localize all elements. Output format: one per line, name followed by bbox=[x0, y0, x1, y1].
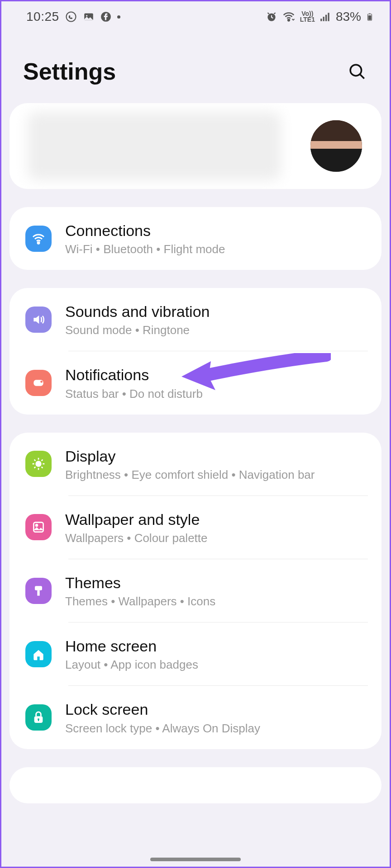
photos-icon bbox=[83, 11, 95, 23]
battery-icon bbox=[366, 10, 374, 23]
page-title: Settings bbox=[23, 58, 116, 85]
svg-point-0 bbox=[66, 12, 76, 22]
status-left: 10:25 bbox=[26, 9, 120, 24]
item-lock-screen[interactable]: Lock screen Screen lock type • Always On… bbox=[10, 686, 381, 749]
item-title: Connections bbox=[65, 221, 368, 241]
home-icon bbox=[25, 641, 52, 667]
search-button[interactable] bbox=[346, 61, 368, 82]
more-notifications-icon bbox=[117, 15, 120, 19]
svg-rect-8 bbox=[325, 15, 327, 21]
svg-line-23 bbox=[34, 460, 36, 461]
group-connections: Connections Wi-Fi • Bluetooth • Flight m… bbox=[10, 207, 381, 270]
wifi-icon bbox=[282, 10, 296, 24]
search-icon bbox=[348, 62, 367, 81]
header: Settings bbox=[1, 28, 390, 103]
svg-point-13 bbox=[350, 65, 362, 76]
svg-point-2 bbox=[86, 15, 87, 16]
svg-point-15 bbox=[38, 242, 39, 244]
group-display: Display Brightness • Eye comfort shield … bbox=[10, 433, 381, 749]
item-title: Sounds and vibration bbox=[65, 302, 368, 321]
lock-icon bbox=[25, 704, 52, 731]
item-notifications[interactable]: Notifications Status bar • Do not distur… bbox=[10, 351, 381, 414]
volte-indicator: Vo))LTE1 bbox=[300, 11, 315, 22]
speaker-icon bbox=[25, 307, 52, 333]
group-sounds-notifications: Sounds and vibration Sound mode • Ringto… bbox=[10, 288, 381, 414]
whatsapp-icon bbox=[65, 10, 77, 23]
svg-rect-12 bbox=[368, 15, 372, 20]
alarm-icon bbox=[266, 11, 277, 23]
svg-rect-7 bbox=[323, 17, 324, 21]
themes-icon bbox=[25, 578, 52, 604]
notification-icon bbox=[25, 370, 52, 396]
svg-rect-33 bbox=[38, 719, 39, 721]
status-right: Vo))LTE1 83% bbox=[266, 9, 374, 24]
item-wallpaper[interactable]: Wallpaper and style Wallpapers • Colour … bbox=[10, 496, 381, 559]
item-connections[interactable]: Connections Wi-Fi • Bluetooth • Flight m… bbox=[10, 207, 381, 270]
item-subtitle: Brightness • Eye comfort shield • Naviga… bbox=[65, 468, 368, 482]
signal-icon bbox=[319, 11, 331, 23]
item-title: Notifications bbox=[65, 365, 368, 385]
item-subtitle: Layout • App icon badges bbox=[65, 658, 368, 672]
battery-percent: 83% bbox=[336, 9, 361, 24]
svg-rect-6 bbox=[320, 19, 322, 21]
avatar bbox=[309, 119, 363, 173]
item-title: Home screen bbox=[65, 636, 368, 656]
svg-point-28 bbox=[36, 524, 38, 526]
item-home-screen[interactable]: Home screen Layout • App icon badges bbox=[10, 623, 381, 685]
svg-point-5 bbox=[288, 19, 290, 21]
clock: 10:25 bbox=[26, 9, 59, 24]
svg-point-17 bbox=[40, 381, 43, 383]
group-next-partial bbox=[10, 767, 381, 803]
svg-rect-27 bbox=[33, 523, 43, 532]
item-subtitle: Wallpapers • Colour palette bbox=[65, 531, 368, 545]
item-subtitle: Status bar • Do not disturb bbox=[65, 387, 368, 401]
wifi-icon bbox=[25, 226, 52, 252]
item-subtitle: Sound mode • Ringtone bbox=[65, 323, 368, 337]
wallpaper-icon bbox=[25, 514, 52, 540]
item-title: Themes bbox=[65, 573, 368, 593]
navigation-handle[interactable] bbox=[150, 858, 241, 861]
item-sounds[interactable]: Sounds and vibration Sound mode • Ringto… bbox=[10, 288, 381, 351]
svg-rect-11 bbox=[369, 14, 371, 14]
item-subtitle: Screen lock type • Always On Display bbox=[65, 722, 368, 736]
svg-line-26 bbox=[42, 460, 43, 461]
svg-rect-30 bbox=[37, 590, 39, 595]
facebook-icon bbox=[100, 11, 112, 23]
svg-point-18 bbox=[35, 461, 41, 467]
status-bar: 10:25 Vo))LTE1 83% bbox=[1, 1, 390, 28]
item-title: Display bbox=[65, 446, 368, 466]
item-title: Wallpaper and style bbox=[65, 509, 368, 529]
item-display[interactable]: Display Brightness • Eye comfort shield … bbox=[10, 433, 381, 495]
account-info-blurred bbox=[28, 112, 281, 180]
item-themes[interactable]: Themes Themes • Wallpapers • Icons bbox=[10, 559, 381, 622]
svg-rect-29 bbox=[35, 586, 42, 590]
item-title: Lock screen bbox=[65, 699, 368, 719]
svg-line-25 bbox=[34, 467, 36, 468]
item-subtitle: Wi-Fi • Bluetooth • Flight mode bbox=[65, 242, 368, 256]
item-subtitle: Themes • Wallpapers • Icons bbox=[65, 594, 368, 609]
svg-line-24 bbox=[42, 467, 43, 468]
brightness-icon bbox=[25, 451, 52, 477]
svg-rect-9 bbox=[328, 13, 329, 21]
account-card[interactable] bbox=[10, 103, 381, 189]
svg-line-14 bbox=[360, 75, 364, 79]
